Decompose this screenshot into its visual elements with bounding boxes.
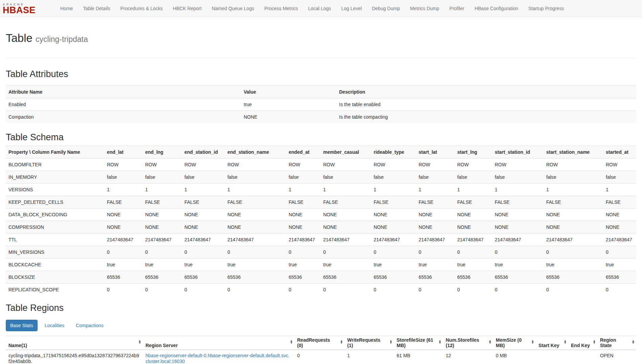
sort-icon[interactable]: ▲▼ [531,340,534,344]
attr-cell: NONE [241,111,336,123]
schema-value-cell: 0 [286,284,320,296]
sort-icon[interactable]: ▲▼ [593,340,596,344]
schema-value-cell: FALSE [320,196,371,209]
schema-value-cell: NONE [225,221,286,234]
sort-icon[interactable]: ▲▼ [340,340,343,344]
schema-value-cell: FALSE [286,196,320,209]
tab-compactions[interactable]: Compactions [71,320,108,331]
nav-item-procedures-locks[interactable]: Procedures & Locks [115,0,168,17]
nav-item-home[interactable]: Home [55,0,78,17]
schema-family-header-start-lng: start_lng [455,146,492,159]
sort-icon[interactable]: ▲▼ [138,340,141,344]
region-cell-write-requests: 1 [345,350,394,364]
schema-value-cell: 2147483647 [182,234,225,246]
sort-icon[interactable]: ▲▼ [290,340,293,344]
schema-value-cell: 65536 [225,271,286,284]
nav-item-hbase-configuration[interactable]: HBase Configuration [469,0,523,17]
column-header-label: Region Server [146,343,178,348]
schema-value-cell: NONE [416,209,455,221]
nav-item-metrics-dump[interactable]: Metrics Dump [405,0,444,17]
tab-localities[interactable]: Localities [40,320,69,331]
region-cell-num-storefiles: 12 [443,350,493,364]
schema-value-cell: false [286,171,320,184]
schema-value-cell: NONE [142,209,182,221]
nav-item-startup-progress[interactable]: Startup Progress [523,0,569,17]
schema-value-cell: 65536 [104,271,142,284]
sortable-column-header-region-state[interactable]: Region State▲▼ [597,336,636,350]
attributes-heading: Table Attributes [6,69,636,79]
table-row: DATA_BLOCK_ENCODINGNONENONENONENONENONEN… [6,209,636,221]
sort-icon[interactable]: ▲▼ [632,340,635,344]
schema-value-cell: true [603,259,636,271]
nav-item-hbck-report[interactable]: HBCK Report [168,0,207,17]
sortable-column-header-region-server[interactable]: Region Server▲▼ [143,336,294,350]
sort-icon[interactable]: ▲▼ [439,340,441,344]
tab-base-stats[interactable]: Base Stats [6,320,38,331]
schema-value-cell: FALSE [492,196,544,209]
schema-value-cell: 2147483647 [104,234,142,246]
sortable-column-header-storefilesize-61-mb[interactable]: StorefileSize (61 MB)▲▼ [394,336,443,350]
schema-value-cell: ROW [182,159,225,171]
schema-value-cell: NONE [371,209,416,221]
sort-down-arrow: ▼ [340,342,343,344]
sort-icon[interactable]: ▲▼ [489,340,491,344]
schema-value-cell: ROW [320,159,371,171]
schema-value-cell: 65536 [492,271,544,284]
schema-value-cell: true [492,259,544,271]
schema-family-header-member-casual: member_casual [320,146,371,159]
nav-item-process-metrics[interactable]: Process Metrics [259,0,303,17]
table-regions: Name(1)▲▼Region Server▲▼ReadRequests (0)… [6,336,636,364]
schema-value-cell: ROW [603,159,636,171]
schema-value-cell: 2147483647 [142,234,182,246]
attributes-header-row: Attribute NameValueDescription [6,86,636,98]
nav-item-table-details[interactable]: Table Details [78,0,115,17]
schema-value-cell: NONE [492,209,544,221]
hbase-logo[interactable]: APACHE HBASE [3,3,41,14]
nav-item-profiler[interactable]: Profiler [444,0,469,17]
sortable-column-header-name-1[interactable]: Name(1)▲▼ [6,336,143,350]
region-cell-name: cycling-tripdata,,1719475156245.e95d0a13… [6,350,143,364]
region-server-link[interactable]: hbase-regionserver-default-0.hbase-regio… [146,353,290,364]
schema-property-cell: VERSIONS [6,184,104,196]
nav-item-debug-dump[interactable]: Debug Dump [367,0,405,17]
sortable-column-header-end-key[interactable]: End Key▲▼ [568,336,597,350]
region-cell-read-requests: 0 [294,350,345,364]
schema-value-cell: true [416,259,455,271]
schema-value-cell: 0 [371,284,416,296]
sortable-column-header-start-key[interactable]: Start Key▲▼ [536,336,568,350]
sortable-column-header-num-storefiles-12[interactable]: Num.Storefiles (12)▲▼ [443,336,493,350]
sortable-column-header-writerequests-1[interactable]: WriteRequests (1)▲▼ [345,336,394,350]
page-content: Table cycling-tripdata Table Attributes … [0,32,642,364]
sortable-column-header-readrequests-0[interactable]: ReadRequests (0)▲▼ [294,336,345,350]
schema-property-cell: KEEP_DELETED_CELLS [6,196,104,209]
top-navbar: APACHE HBASE HomeTable DetailsProcedures… [0,0,642,17]
column-header-label: End Key [571,343,590,348]
schema-value-cell: NONE [104,221,142,234]
schema-value-cell: 1 [142,184,182,196]
schema-value-cell: true [455,259,492,271]
table-row: cycling-tripdata,,1719475156245.e95d0a13… [6,350,636,364]
nav-item-named-queue-logs[interactable]: Named Queue Logs [207,0,259,17]
schema-value-cell: NONE [455,209,492,221]
sortable-column-header-memsize-0-mb[interactable]: MemSize (0 MB)▲▼ [493,336,536,350]
schema-property-cell: IN_MEMORY [6,171,104,184]
region-cell-region-state: OPEN [597,350,636,364]
schema-value-cell: false [544,171,603,184]
schema-value-cell: NONE [544,209,603,221]
table-row: BLOCKCACHEtruetruetruetruetruetruetruetr… [6,259,636,271]
sort-down-arrow: ▼ [390,342,392,344]
schema-value-cell: NONE [182,221,225,234]
schema-value-cell: 65536 [320,271,371,284]
table-row: REPLICATION_SCOPE000000000000 [6,284,636,296]
nav-item-log-level[interactable]: Log Level [336,0,367,17]
schema-value-cell: NONE [320,209,371,221]
attr-cell: Enabled [6,98,241,111]
sort-icon[interactable]: ▲▼ [390,340,392,344]
schema-property-cell: BLOOMFILTER [6,159,104,171]
sort-icon[interactable]: ▲▼ [564,340,567,344]
schema-value-cell: false [455,171,492,184]
table-row: CompactionNONEIs the table compacting [6,111,636,123]
schema-value-cell: 0 [603,284,636,296]
sort-down-arrow: ▼ [632,342,635,344]
nav-item-local-logs[interactable]: Local Logs [303,0,336,17]
